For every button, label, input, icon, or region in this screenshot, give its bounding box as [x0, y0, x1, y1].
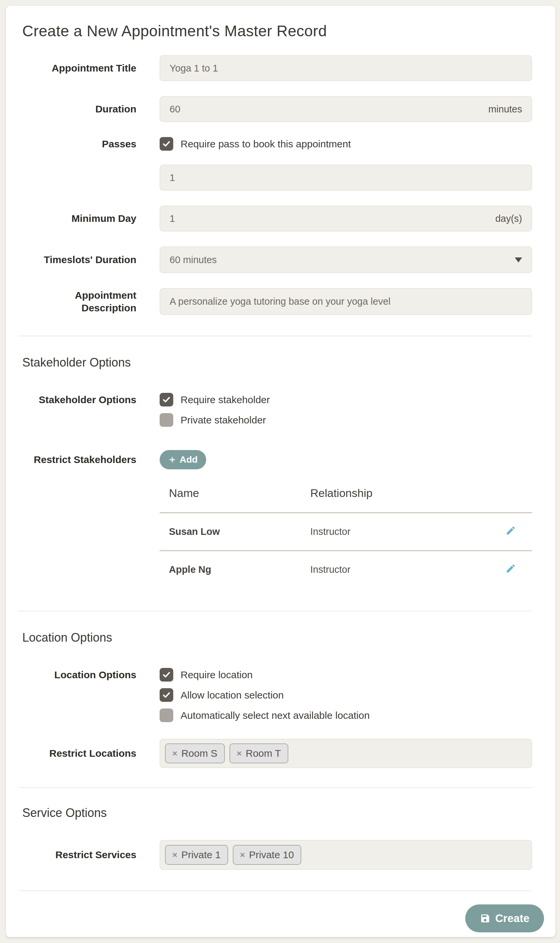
save-icon	[480, 913, 491, 924]
remove-tag-icon[interactable]: ×	[237, 749, 242, 758]
tag-label: Private 1	[181, 849, 220, 860]
tag-label: Room T	[246, 748, 281, 759]
appointment-title-control	[160, 55, 532, 81]
location-options-heading: Location Options	[22, 631, 532, 645]
form-row-stakeholder-options: Stakeholder Options Require stakeholder …	[18, 393, 532, 427]
create-button[interactable]: Create	[465, 905, 544, 932]
tag-room-t[interactable]: × Room T	[229, 743, 288, 763]
add-stakeholder-button[interactable]: Add	[160, 450, 206, 469]
require-stakeholder-checkbox[interactable]: Require stakeholder	[160, 393, 532, 406]
appointment-description-label: Appointment Description	[18, 289, 136, 314]
spacer	[160, 157, 532, 165]
appointment-description-input[interactable]	[169, 296, 522, 307]
checkbox-box[interactable]	[160, 137, 173, 151]
remove-tag-icon[interactable]: ×	[172, 851, 177, 859]
column-header-actions	[492, 487, 532, 513]
minimum-day-input[interactable]	[169, 213, 495, 224]
form-row-location-options: Location Options Require location Allow …	[18, 668, 532, 722]
form-row-restrict-services: Restrict Services × Private 1 × Private …	[18, 840, 532, 870]
checkbox-box[interactable]	[160, 668, 173, 681]
checkbox-box[interactable]	[160, 688, 173, 702]
require-location-checkbox[interactable]: Require location	[160, 668, 532, 681]
auto-select-location-label: Automatically select next available loca…	[181, 710, 370, 721]
restrict-stakeholders-label: Restrict Stakeholders	[18, 450, 136, 469]
restrict-stakeholders-control: Add Name Relationship Susan Low Instruct…	[160, 450, 532, 588]
location-options-label: Location Options	[18, 668, 136, 681]
form-row-passes: Passes Require pass to book this appoint…	[18, 137, 532, 191]
edit-stakeholder-button[interactable]	[505, 525, 516, 536]
service-options-heading: Service Options	[22, 806, 532, 820]
auto-select-location-checkbox[interactable]: Automatically select next available loca…	[160, 709, 532, 722]
form-footer: Create	[18, 891, 532, 932]
allow-location-selection-checkbox[interactable]: Allow location selection	[160, 688, 532, 702]
require-pass-checkbox[interactable]: Require pass to book this appointment	[160, 137, 532, 151]
tag-label: Room S	[181, 748, 217, 759]
private-stakeholder-checkbox[interactable]: Private stakeholder	[160, 413, 532, 427]
form-row-minimum-day: Minimum Day day(s)	[18, 206, 532, 232]
edit-stakeholder-button[interactable]	[505, 563, 516, 574]
check-icon	[162, 139, 171, 148]
allow-location-selection-label: Allow location selection	[181, 689, 284, 701]
form-row-appointment-title: Appointment Title	[18, 55, 532, 81]
form-row-restrict-locations: Restrict Locations × Room S × Room T	[18, 739, 532, 768]
pencil-icon	[505, 563, 516, 574]
pencil-icon	[505, 525, 516, 536]
table-header-row: Name Relationship	[160, 487, 532, 513]
passes-control: Require pass to book this appointment	[160, 137, 532, 191]
duration-field: minutes	[160, 96, 532, 122]
tag-room-s[interactable]: × Room S	[165, 743, 225, 763]
minimum-day-suffix: day(s)	[495, 213, 522, 224]
stakeholder-options-control: Require stakeholder Private stakeholder	[160, 393, 532, 427]
duration-input[interactable]	[169, 104, 488, 115]
column-header-name: Name	[160, 487, 301, 513]
timeslots-duration-selected-value: 60 minutes	[169, 254, 515, 265]
form-row-timeslots-duration: Timeslots' Duration 60 minutes	[18, 246, 532, 273]
timeslots-duration-control: 60 minutes	[160, 246, 532, 273]
stakeholder-relationship: Instructor	[301, 551, 492, 588]
remove-tag-icon[interactable]: ×	[240, 851, 245, 859]
restrict-services-label: Restrict Services	[18, 849, 136, 861]
column-header-relationship: Relationship	[301, 487, 492, 513]
duration-suffix: minutes	[488, 104, 522, 115]
tag-private-10[interactable]: × Private 10	[233, 845, 301, 865]
form-row-appointment-description: Appointment Description	[18, 288, 532, 315]
plus-icon	[168, 456, 176, 464]
restrict-locations-field[interactable]: × Room S × Room T	[160, 739, 532, 768]
section-divider	[18, 611, 532, 611]
appointment-title-label: Appointment Title	[18, 62, 136, 74]
timeslots-duration-select[interactable]: 60 minutes	[160, 246, 532, 273]
check-icon	[162, 395, 171, 404]
tag-label: Private 10	[249, 849, 294, 860]
stakeholder-name: Apple Ng	[160, 551, 301, 588]
check-icon	[162, 670, 171, 679]
checkbox-box[interactable]	[160, 393, 173, 406]
minimum-day-field: day(s)	[160, 206, 532, 232]
restrict-locations-control: × Room S × Room T	[160, 739, 532, 768]
stakeholder-relationship: Instructor	[301, 513, 492, 551]
appointment-title-field	[160, 55, 532, 81]
tag-private-1[interactable]: × Private 1	[165, 845, 228, 865]
checkbox-box[interactable]	[160, 709, 173, 722]
appointment-description-field	[160, 288, 532, 315]
timeslots-duration-label: Timeslots' Duration	[18, 254, 136, 266]
table-row: Susan Low Instructor	[160, 513, 532, 551]
appointment-form-card: Create a New Appointment's Master Record…	[6, 6, 555, 937]
stakeholder-name: Susan Low	[160, 513, 301, 551]
minimum-day-control: day(s)	[160, 206, 532, 232]
stakeholder-options-label: Stakeholder Options	[18, 393, 136, 406]
restrict-services-field[interactable]: × Private 1 × Private 10	[160, 840, 532, 870]
remove-tag-icon[interactable]: ×	[172, 749, 177, 758]
checkbox-box[interactable]	[160, 413, 173, 427]
appointment-title-input[interactable]	[169, 63, 522, 74]
passes-label: Passes	[18, 137, 136, 151]
restrict-services-control: × Private 1 × Private 10	[160, 840, 532, 870]
form-row-duration: Duration minutes	[18, 96, 532, 122]
section-divider	[18, 787, 532, 788]
section-divider	[18, 335, 532, 336]
form-row-restrict-stakeholders: Restrict Stakeholders Add Name Relations…	[18, 450, 532, 588]
table-row: Apple Ng Instructor	[160, 551, 532, 588]
passes-input[interactable]	[169, 172, 522, 183]
require-location-label: Require location	[181, 669, 253, 681]
check-icon	[162, 691, 171, 700]
location-options-control: Require location Allow location selectio…	[160, 668, 532, 722]
